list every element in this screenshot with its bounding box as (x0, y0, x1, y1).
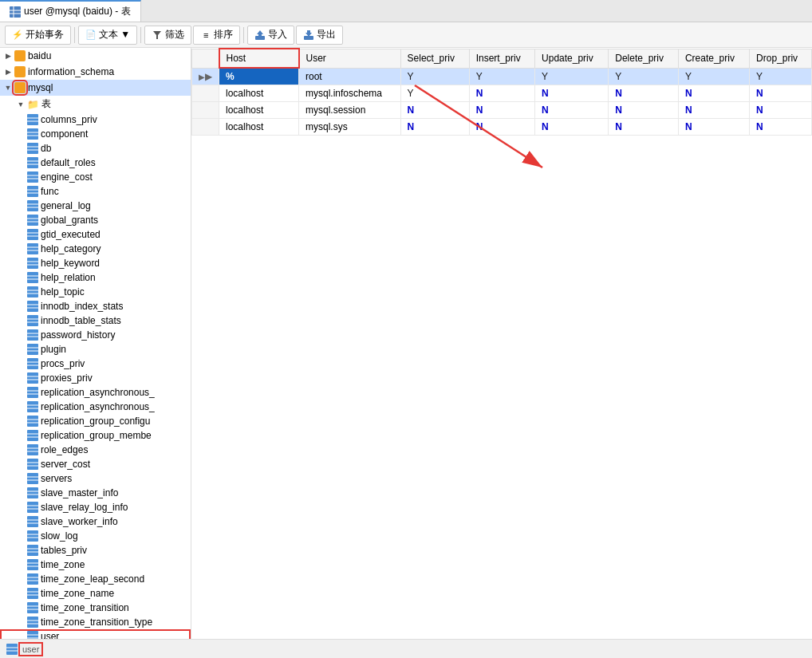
tab-user-table[interactable]: user @mysql (baidu) - 表 (0, 0, 141, 22)
create-priv-cell[interactable]: N (678, 85, 749, 102)
expand-mysql-icon[interactable]: ▼ (2, 81, 14, 94)
delete-priv-column-header[interactable]: Delete_priv (609, 49, 679, 68)
sidebar-item-role-edges[interactable]: role_edges (0, 443, 191, 457)
sidebar-item-baidu[interactable]: ▶ baidu (0, 48, 191, 64)
sidebar-item-component[interactable]: component (0, 127, 191, 141)
select-priv-cell[interactable]: Y (400, 85, 469, 102)
create-priv-cell[interactable]: N (678, 102, 749, 119)
sidebar-item-information-schema[interactable]: ▶ information_schema (0, 64, 191, 80)
update-priv-cell[interactable]: N (535, 85, 609, 102)
sidebar-item-time-zone-transition[interactable]: time_zone_transition (0, 601, 191, 615)
table-row[interactable]: ▶ % root Y Y Y Y Y Y (192, 68, 812, 85)
sidebar-item-slave-relay-log-info[interactable]: slave_relay_log_info (0, 500, 191, 514)
sidebar-item-columns-priv[interactable]: columns_priv (0, 112, 191, 127)
host-cell[interactable]: % (219, 68, 299, 85)
select-priv-cell[interactable]: N (400, 102, 469, 119)
host-column-header[interactable]: Host (219, 49, 299, 68)
sidebar-item-password-history[interactable]: password_history (0, 328, 191, 342)
user-cell[interactable]: mysql.sys (299, 119, 401, 136)
sidebar-item-slave-master-info[interactable]: slave_master_info (0, 486, 191, 500)
delete-priv-cell[interactable]: N (609, 102, 679, 119)
sidebar-item-tables-folder[interactable]: ▼ 📁 表 (0, 96, 191, 112)
sidebar-item-global-grants[interactable]: global_grants (0, 213, 191, 227)
sidebar-item-user[interactable]: user (0, 629, 191, 639)
drop-priv-cell[interactable]: N (750, 119, 812, 136)
begin-transaction-button[interactable]: ⚡ 开始事务 (5, 26, 71, 45)
table-icon (27, 545, 38, 556)
table-row[interactable]: localhost mysql.infoschema Y N N N N N (192, 85, 812, 102)
insert-priv-cell[interactable]: N (469, 119, 534, 136)
expand-tables-icon[interactable]: ▼ (14, 98, 27, 111)
sidebar-item-innodb-table-stats[interactable]: innodb_table_stats (0, 313, 191, 328)
sidebar-item-plugin[interactable]: plugin (0, 342, 191, 357)
host-cell[interactable]: localhost (219, 102, 299, 119)
table-row[interactable]: localhost mysql.session N N N N N N (192, 102, 812, 119)
user-cell[interactable]: root (299, 68, 401, 85)
insert-priv-cell[interactable]: N (469, 102, 534, 119)
delete-priv-cell[interactable]: N (609, 85, 679, 102)
export-button[interactable]: 导出 (296, 26, 343, 45)
expand-baidu-icon[interactable]: ▶ (2, 49, 14, 62)
sidebar-item-procs-priv[interactable]: procs_priv (0, 357, 191, 371)
sidebar-item-tables-priv[interactable]: tables_priv (0, 543, 191, 558)
svg-rect-111 (27, 602, 38, 613)
sidebar-item-func[interactable]: func (0, 184, 191, 199)
sidebar-item-help-category[interactable]: help_category (0, 242, 191, 256)
table-row[interactable]: localhost mysql.sys N N N N N N (192, 119, 812, 136)
sidebar-item-server-cost[interactable]: server_cost (0, 457, 191, 471)
expand-info-icon[interactable]: ▶ (2, 65, 14, 78)
user-cell[interactable]: mysql.infoschema (299, 85, 401, 102)
sidebar-item-general-log[interactable]: general_log (0, 199, 191, 213)
sidebar-item-time-zone[interactable]: time_zone (0, 558, 191, 572)
drop-priv-cell[interactable]: N (750, 102, 812, 119)
delete-priv-cell[interactable]: N (609, 119, 679, 136)
update-priv-cell[interactable]: Y (535, 68, 609, 85)
sort-button[interactable]: ≡ 排序 (193, 26, 240, 45)
select-priv-cell[interactable]: N (400, 119, 469, 136)
update-priv-column-header[interactable]: Update_priv (535, 49, 609, 68)
sidebar-item-time-zone-leap-second[interactable]: time_zone_leap_second (0, 572, 191, 586)
sidebar-item-help-keyword[interactable]: help_keyword (0, 256, 191, 270)
delete-priv-cell[interactable]: Y (609, 68, 679, 85)
sidebar-item-time-zone-name[interactable]: time_zone_name (0, 586, 191, 601)
table-header-row: Host User Select_priv Insert_priv Update (192, 49, 812, 68)
sidebar-item-replication-group-membe[interactable]: replication_group_membe (0, 428, 191, 443)
import-button[interactable]: 导入 (247, 26, 294, 45)
sidebar-item-time-zone-transition-type[interactable]: time_zone_transition_type (0, 615, 191, 629)
host-cell[interactable]: localhost (219, 119, 299, 136)
sidebar-item-gtid-executed[interactable]: gtid_executed (0, 227, 191, 242)
sidebar-item-replication-group-config[interactable]: replication_group_configu (0, 414, 191, 428)
sidebar-item-db[interactable]: db (0, 141, 191, 156)
insert-priv-cell[interactable]: Y (469, 68, 534, 85)
drop-priv-cell[interactable]: Y (750, 68, 812, 85)
select-priv-column-header[interactable]: Select_priv (400, 49, 469, 68)
sidebar-item-default-roles[interactable]: default_roles (0, 156, 191, 170)
create-priv-column-header[interactable]: Create_priv (678, 49, 749, 68)
sidebar-item-replication-async-1[interactable]: replication_asynchronous_ (0, 385, 191, 400)
user-column-header[interactable]: User (299, 49, 401, 68)
sidebar-item-help-topic[interactable]: help_topic (0, 285, 191, 299)
insert-priv-cell[interactable]: N (469, 85, 534, 102)
sidebar-item-slow-log[interactable]: slow_log (0, 529, 191, 543)
sidebar-item-innodb-index-stats[interactable]: innodb_index_stats (0, 299, 191, 313)
sidebar-item-engine-cost[interactable]: engine_cost (0, 170, 191, 184)
update-priv-cell[interactable]: N (535, 102, 609, 119)
sidebar-item-servers[interactable]: servers (0, 471, 191, 486)
create-priv-cell[interactable]: Y (678, 68, 749, 85)
drop-priv-cell[interactable]: N (750, 85, 812, 102)
user-cell[interactable]: mysql.session (299, 102, 401, 119)
host-cell[interactable]: localhost (219, 85, 299, 102)
svg-marker-4 (153, 31, 161, 39)
sidebar-item-replication-async-2[interactable]: replication_asynchronous_ (0, 400, 191, 414)
update-priv-cell[interactable]: N (535, 119, 609, 136)
sidebar-item-slave-worker-info[interactable]: slave_worker_info (0, 514, 191, 529)
drop-priv-column-header[interactable]: Drop_priv (750, 49, 812, 68)
select-priv-cell[interactable]: Y (400, 68, 469, 85)
sidebar-item-proxies-priv[interactable]: proxies_priv (0, 371, 191, 385)
sidebar-item-mysql[interactable]: ▼ mysql (0, 80, 191, 96)
text-button[interactable]: 📄 文本 ▼ (78, 26, 137, 45)
filter-button[interactable]: 筛选 (144, 26, 191, 45)
insert-priv-column-header[interactable]: Insert_priv (469, 49, 534, 68)
sidebar-item-help-relation[interactable]: help_relation (0, 270, 191, 285)
create-priv-cell[interactable]: N (678, 119, 749, 136)
